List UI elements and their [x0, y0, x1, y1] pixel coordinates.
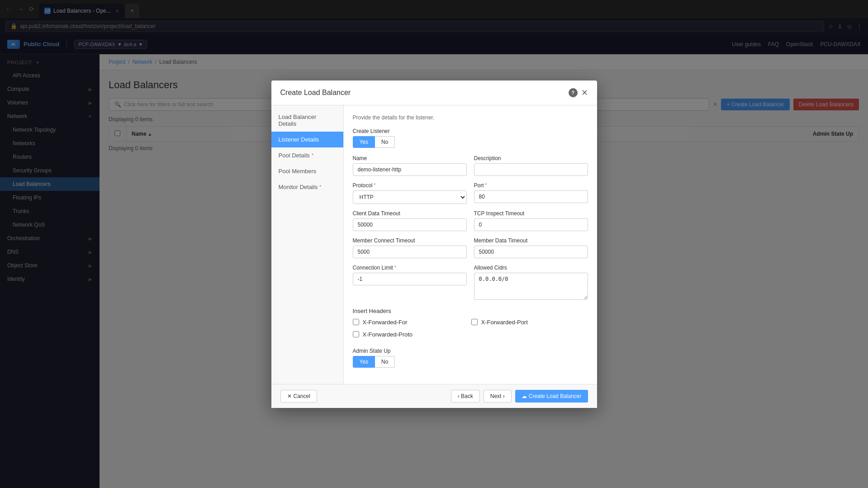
modal-nav-pool-members[interactable]: Pool Members — [271, 163, 343, 179]
admin-state-yes-btn[interactable]: Yes — [353, 356, 375, 368]
x-forwarded-for-row: X-Forwarded-For — [353, 319, 470, 326]
member-data-timeout-input[interactable] — [474, 246, 588, 258]
member-connect-timeout-group: Member Connect Timeout — [353, 237, 467, 258]
cancel-icon: ✕ — [287, 393, 292, 399]
port-group: Port * — [474, 182, 588, 204]
admin-state-label: Admin State Up — [353, 348, 588, 354]
description-group: Description — [474, 155, 588, 176]
x-forwarded-for-label: X-Forwarded-For — [363, 319, 408, 326]
checkboxes-grid: X-Forwarded-For X-Forwarded-Port X-Forwa… — [353, 319, 588, 341]
pool-details-required: * — [312, 153, 313, 158]
connection-limit-required-star: * — [394, 265, 396, 270]
client-data-timeout-label: Client Data Timeout — [353, 210, 467, 217]
modal-title: Create Load Balancer — [280, 89, 351, 97]
tcp-inspect-timeout-label: TCP Inspect Timeout — [474, 210, 588, 217]
modal-nav-pool-details[interactable]: Pool Details * — [271, 147, 343, 163]
create-listener-toggle: Yes No — [353, 136, 588, 148]
x-forwarded-proto-label: X-Forwarded-Proto — [363, 331, 413, 338]
modal-overlay: Create Load Balancer ? ✕ Load Balancer D… — [0, 0, 868, 488]
protocol-select[interactable]: HTTP HTTPS TCP TERMINATED_HTTPS UDP — [353, 190, 467, 204]
client-data-timeout-group: Client Data Timeout — [353, 210, 467, 231]
next-btn[interactable]: Next › — [484, 390, 512, 403]
description-label: Description — [474, 155, 588, 161]
connection-limit-group: Connection Limit * — [353, 265, 467, 301]
create-label: Create Load Balancer — [529, 393, 582, 399]
member-data-timeout-group: Member Data Timeout — [474, 237, 588, 258]
protocol-label: Protocol * — [353, 182, 467, 189]
create-listener-yes-btn[interactable]: Yes — [353, 136, 375, 148]
port-label: Port * — [474, 182, 588, 189]
x-forwarded-port-row: X-Forwarded-Port — [471, 319, 588, 326]
back-label: ‹ Back — [458, 393, 473, 399]
modal-nav-pool-details-label: Pool Details — [279, 152, 310, 159]
timeout-row-2: Member Connect Timeout Member Data Timeo… — [353, 237, 588, 258]
allowed-cidrs-label: Allowed Cidrs — [474, 265, 588, 271]
name-description-row: Name Description — [353, 155, 588, 176]
description-input[interactable] — [474, 163, 588, 176]
name-input[interactable] — [353, 163, 467, 176]
footer-left: ✕ Cancel — [280, 390, 317, 403]
port-required-star: * — [485, 183, 487, 188]
modal-close-btn[interactable]: ✕ — [581, 88, 588, 98]
name-group: Name — [353, 155, 467, 176]
modal-nav: Load Balancer Details Listener Details P… — [271, 105, 344, 384]
admin-state-section: Admin State Up Yes No — [353, 348, 588, 368]
modal-nav-monitor-details[interactable]: Monitor Details * — [271, 179, 343, 195]
create-listener-section: Create Listener Yes No — [353, 128, 588, 148]
create-listener-no-btn[interactable]: No — [375, 136, 395, 148]
modal-footer: ✕ Cancel ‹ Back Next › ☁ Create Load Bal… — [271, 384, 597, 408]
insert-headers-section: Insert Headers X-Forwarded-For X-Forward… — [353, 308, 588, 341]
admin-state-toggle: Yes No — [353, 356, 588, 368]
protocol-port-row: Protocol * HTTP HTTPS TCP TERMINATED_HTT… — [353, 182, 588, 204]
help-icon[interactable]: ? — [569, 88, 578, 97]
allowed-cidrs-input[interactable]: 0.0.0.0/0 — [474, 273, 588, 300]
tcp-inspect-timeout-input[interactable] — [474, 218, 588, 231]
x-forwarded-for-checkbox[interactable] — [353, 319, 359, 325]
create-listener-label: Create Listener — [353, 128, 588, 134]
modal-nav-monitor-details-label: Monitor Details — [279, 184, 318, 190]
modal-nav-pool-members-label: Pool Members — [279, 168, 317, 175]
connection-limit-input[interactable] — [353, 273, 467, 285]
client-data-timeout-input[interactable] — [353, 218, 467, 231]
connection-cidrs-row: Connection Limit * Allowed Cidrs 0.0.0.0… — [353, 265, 588, 301]
modal-nav-listener-details[interactable]: Listener Details — [271, 132, 343, 147]
protocol-group: Protocol * HTTP HTTPS TCP TERMINATED_HTT… — [353, 182, 467, 204]
member-connect-timeout-label: Member Connect Timeout — [353, 237, 467, 244]
modal-nav-lb-details-label: Load Balancer Details — [279, 114, 336, 127]
modal-header: Create Load Balancer ? ✕ — [271, 81, 597, 105]
connection-limit-label: Connection Limit * — [353, 265, 467, 271]
create-load-balancer-modal: Create Load Balancer ? ✕ Load Balancer D… — [271, 81, 597, 408]
cancel-label: Cancel — [294, 393, 310, 399]
monitor-details-required: * — [319, 185, 321, 190]
form-help-text: Provide the details for the listener. — [353, 114, 588, 121]
admin-state-no-btn[interactable]: No — [375, 356, 395, 368]
x-forwarded-port-label: X-Forwarded-Port — [481, 319, 528, 326]
name-label: Name — [353, 155, 467, 161]
create-lb-submit-btn[interactable]: ☁ Create Load Balancer — [515, 390, 588, 403]
protocol-required-star: * — [374, 183, 376, 188]
modal-form-content: Provide the details for the listener. Cr… — [344, 105, 597, 384]
member-data-timeout-label: Member Data Timeout — [474, 237, 588, 244]
timeout-row-1: Client Data Timeout TCP Inspect Timeout — [353, 210, 588, 231]
allowed-cidrs-group: Allowed Cidrs 0.0.0.0/0 — [474, 265, 588, 301]
insert-headers-label: Insert Headers — [353, 308, 588, 314]
create-icon: ☁ — [522, 393, 527, 399]
tcp-inspect-timeout-group: TCP Inspect Timeout — [474, 210, 588, 231]
modal-body: Load Balancer Details Listener Details P… — [271, 105, 597, 384]
footer-right: ‹ Back Next › ☁ Create Load Balancer — [451, 390, 588, 403]
member-connect-timeout-input[interactable] — [353, 246, 467, 258]
modal-nav-lb-details[interactable]: Load Balancer Details — [271, 109, 343, 132]
next-label: Next › — [490, 393, 505, 399]
modal-header-right: ? ✕ — [569, 88, 588, 98]
cancel-btn[interactable]: ✕ Cancel — [280, 390, 317, 403]
modal-nav-listener-details-label: Listener Details — [279, 136, 319, 143]
back-btn-modal[interactable]: ‹ Back — [451, 390, 480, 403]
x-forwarded-proto-row: X-Forwarded-Proto — [353, 331, 470, 338]
port-input[interactable] — [474, 190, 588, 203]
x-forwarded-proto-checkbox[interactable] — [353, 331, 359, 337]
x-forwarded-port-checkbox[interactable] — [471, 319, 478, 325]
